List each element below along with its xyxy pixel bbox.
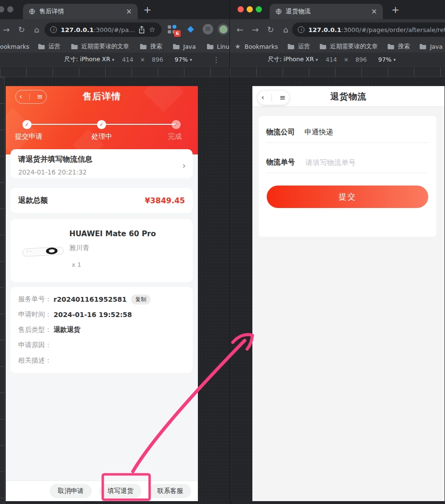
bookmark-folder-label: 搜索 [398, 43, 410, 51]
home-icon[interactable]: ⌂ [281, 24, 291, 35]
refund-label: 退款总额 [18, 196, 48, 206]
browser-toolbar: → ↻ ⌂ i 127.0.0.1:3000/#/pa… ☆ 6 ◆ ⌘ [0, 19, 229, 40]
folder-icon [387, 44, 394, 50]
close-tab-icon[interactable]: × [371, 7, 377, 16]
gem-extension-icon[interactable]: ◆ [187, 24, 194, 33]
url-path: :3000/#/pages/order/aftersale/retu [341, 26, 445, 33]
bookmark-folder[interactable]: 搜索 [387, 43, 410, 51]
detail-label: 相关描述： [18, 356, 52, 365]
detail-label: 服务单号： [18, 295, 52, 304]
tracking-label: 物流单号 [266, 158, 304, 167]
bookmark-folder[interactable]: Java [173, 43, 195, 50]
header-decoration [6, 108, 36, 154]
extension-icon[interactable]: 6 [167, 24, 179, 35]
step-check-icon: ✓ [22, 120, 32, 129]
traffic-light-icon[interactable] [7, 6, 13, 12]
bookmark-folder[interactable]: 搜索 [140, 43, 162, 51]
page-title: 退货物流 [252, 91, 445, 102]
detail-row: 售后类型： 退款退货 [18, 322, 185, 338]
browser-window-right: 退货物流 × + ← → ↻ ⌂ i 127.0.0.1:3000/#/page… [229, 0, 445, 504]
zoom-window-icon[interactable] [256, 6, 262, 12]
zoom-level-select[interactable]: 97% [174, 56, 188, 63]
detail-row: 申请时间： 2024-01-16 19:52:58 [18, 307, 185, 322]
cancel-apply-button[interactable]: 取消申请 [50, 484, 92, 498]
bookmark-folder[interactable]: Java [419, 43, 442, 50]
company-value[interactable]: 申通快递 [304, 128, 333, 137]
aftersale-detail-page: ‹ ≡ 售后详情 ✓ ✓ ✓ 提交申请 处理中 完成 请退货并填写物流信息 20… [6, 86, 198, 501]
folder-icon [206, 44, 214, 50]
viewport-width[interactable]: 414 [122, 56, 133, 63]
notice-card[interactable]: 请退货并填写物流信息 2024-01-16 20:21:32 › [11, 149, 193, 178]
tab-title: 退货物流 [286, 7, 367, 16]
dropdown-caret-icon: ▾ [316, 57, 318, 62]
return-logistics-page: ‹ ≡ 退货物流 物流公司 申通快递 物流单号 提交 [252, 86, 445, 501]
bookmarks-label[interactable]: ookmarks [0, 43, 29, 50]
traffic-light-icon[interactable] [0, 6, 4, 12]
viewport-width[interactable]: 414 [326, 56, 337, 63]
url-host: 127.0.0.1 [308, 26, 341, 33]
forward-icon[interactable]: → [1, 24, 11, 35]
home-icon[interactable]: ⌂ [32, 24, 42, 35]
logistics-header: ‹ ≡ 退货物流 [252, 86, 445, 107]
zoom-level-select[interactable]: 97% [378, 56, 391, 63]
viewport-height[interactable]: 896 [152, 56, 163, 63]
site-info-icon[interactable]: i [50, 26, 57, 33]
product-card[interactable]: HUAWEI Mate 60 Pro 雅川青 x 1 [11, 219, 193, 282]
tab-aftersale-detail[interactable]: 售后详情 × [23, 4, 138, 19]
forward-icon[interactable]: → [250, 24, 260, 35]
refund-amount: ¥3849.45 [145, 196, 185, 205]
detail-label: 售后类型： [18, 326, 52, 334]
share-icon[interactable] [139, 26, 145, 33]
devtools-ruler-vertical [0, 77, 5, 504]
bookmark-folder[interactable]: 运营 [38, 43, 60, 51]
address-bar[interactable]: i 127.0.0.1:3000/#/pa… ☆ [44, 22, 162, 37]
bookmark-folder[interactable]: Linux [206, 43, 229, 50]
bookmark-folder-label: Java [430, 43, 442, 50]
bookmarks-bar: ookmarks 运营 近期需要读的文章 搜索 Java Linux [0, 40, 229, 53]
new-tab-button[interactable]: + [391, 4, 400, 15]
bookmark-folder-label: Linux [217, 43, 229, 50]
close-window-icon[interactable] [238, 6, 244, 12]
submit-button[interactable]: 提交 [267, 186, 428, 208]
address-bar[interactable]: i 127.0.0.1:3000/#/pages/order/aftersale… [292, 22, 445, 37]
tracking-number-input[interactable] [304, 158, 429, 167]
folder-icon [38, 44, 45, 50]
tab-return-logistics[interactable]: 退货物流 × [270, 4, 383, 19]
device-toolbar: 尺寸: iPhone XR ▾ 414 × 896 97% ▾ [230, 53, 445, 67]
bookmark-folder[interactable]: 近期需要读的文章 [319, 43, 378, 51]
fill-return-button[interactable]: 填写退货 [99, 484, 141, 498]
bookmark-folder-label: 近期需要读的文章 [81, 43, 129, 51]
dropdown-caret-icon: ▾ [393, 57, 396, 62]
bookmarks-label[interactable]: Bookmarks [245, 43, 278, 50]
reload-icon[interactable]: ↻ [16, 24, 27, 35]
company-row[interactable]: 物流公司 申通快递 [266, 122, 429, 143]
device-size-select[interactable]: 尺寸: iPhone XR [268, 55, 314, 64]
detail-row: 相关描述： [18, 353, 185, 368]
new-tab-button[interactable]: + [143, 4, 152, 15]
service-details-card: 服务单号： r202401161952581 复制 申请时间： 2024-01-… [11, 287, 193, 373]
viewport-height[interactable]: 896 [355, 56, 367, 63]
dropdown-caret-icon: ▾ [190, 57, 192, 62]
profile-avatar[interactable] [217, 23, 229, 35]
bookmark-star-icon[interactable]: ☆ [149, 25, 155, 34]
reload-icon[interactable]: ↻ [265, 24, 276, 35]
chevron-right-icon[interactable]: › [182, 160, 186, 171]
close-tab-icon[interactable]: × [126, 7, 132, 16]
step-check-icon: ✓ [172, 120, 181, 129]
back-icon[interactable]: ← [235, 24, 245, 35]
device-size-select[interactable]: 尺寸: iPhone XR [64, 55, 110, 64]
detail-row: 服务单号： r202401161952581 复制 [18, 292, 185, 307]
bookmark-folder-label: 运营 [48, 43, 60, 51]
bookmark-folder[interactable]: 运营 [287, 43, 310, 51]
product-variant: 雅川青 [69, 244, 89, 252]
folder-icon [287, 44, 294, 50]
minimize-window-icon[interactable] [247, 6, 253, 12]
contact-service-button[interactable]: 联系客服 [149, 484, 191, 498]
globe-icon [275, 8, 282, 15]
site-info-icon[interactable]: i [298, 26, 304, 33]
extension-circle-icon[interactable]: ⌘ [203, 24, 213, 34]
copy-button[interactable]: 复制 [131, 295, 151, 305]
more-options-icon[interactable]: ⋮ [213, 55, 220, 64]
bookmark-folder[interactable]: 近期需要读的文章 [71, 43, 129, 51]
detail-value: r202401161952581 [54, 296, 127, 303]
